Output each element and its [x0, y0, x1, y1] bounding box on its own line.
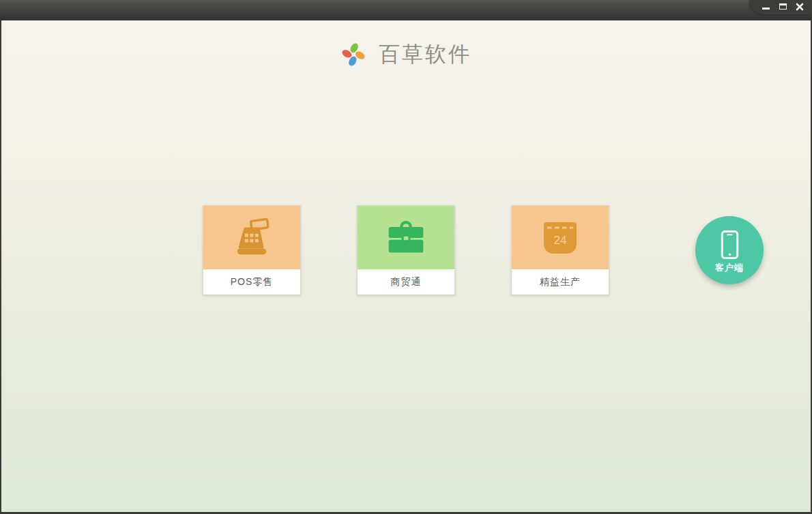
smartphone-icon	[721, 230, 739, 260]
calendar-icon: 24	[544, 222, 577, 254]
card-tile: 24	[512, 206, 609, 269]
window-controls	[749, 0, 812, 14]
card-lean-production[interactable]: 24 精益生产	[511, 205, 609, 295]
client-button[interactable]: 客户端	[695, 216, 764, 284]
minimize-icon	[762, 7, 770, 10]
card-label: POS零售	[203, 269, 300, 294]
pinwheel-logo-icon	[340, 42, 366, 67]
app-title: 百草软件	[379, 40, 472, 69]
maximize-button[interactable]	[777, 1, 788, 12]
client-button-label: 客户端	[715, 262, 744, 274]
close-icon	[796, 3, 804, 11]
brand-header: 百草软件	[1, 37, 811, 72]
card-label: 精益生产	[512, 269, 609, 294]
cash-register-icon	[231, 218, 273, 258]
app-window: 百草软件	[0, 0, 812, 514]
maximize-icon	[779, 3, 787, 10]
card-label: 商贸通	[358, 269, 454, 294]
calendar-day: 24	[554, 233, 567, 246]
product-cards: POS零售 商贸通	[203, 205, 609, 295]
card-tile	[358, 206, 454, 269]
close-button[interactable]	[794, 1, 805, 12]
card-trade[interactable]: 商贸通	[357, 205, 455, 295]
main-content: 百草软件	[1, 20, 811, 512]
card-pos-retail[interactable]: POS零售	[203, 205, 301, 295]
briefcase-icon	[386, 220, 426, 256]
minimize-button[interactable]	[760, 1, 771, 12]
title-bar[interactable]	[0, 0, 812, 20]
card-tile	[203, 206, 300, 269]
